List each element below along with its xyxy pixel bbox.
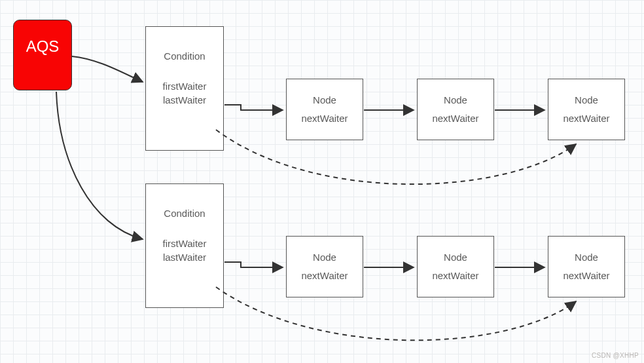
node-title: Node (313, 94, 336, 107)
node-nextwaiter-label: nextWaiter (301, 112, 348, 125)
node-nextwaiter-label: nextWaiter (432, 112, 478, 125)
watermark: CSDN @XHHP (592, 352, 639, 359)
aqs-root-box: AQS (13, 20, 72, 90)
node-box-2b: Node nextWaiter (417, 236, 494, 297)
condition-box-2: Condition firstWaiter lastWaiter (145, 183, 224, 308)
node-box-1b: Node nextWaiter (417, 79, 494, 140)
condition-firstwaiter-label: firstWaiter (163, 237, 207, 250)
node-box-1c: Node nextWaiter (548, 79, 625, 140)
node-nextwaiter-label: nextWaiter (563, 112, 609, 125)
node-title: Node (444, 94, 467, 107)
condition-lastwaiter-label: lastWaiter (163, 251, 206, 264)
node-nextwaiter-label: nextWaiter (432, 269, 478, 282)
aqs-label: AQS (26, 37, 60, 56)
condition-lastwaiter-label: lastWaiter (163, 94, 206, 107)
node-box-1a: Node nextWaiter (286, 79, 363, 140)
node-title: Node (313, 251, 336, 264)
condition-firstwaiter-label: firstWaiter (163, 80, 207, 93)
node-nextwaiter-label: nextWaiter (563, 269, 609, 282)
node-nextwaiter-label: nextWaiter (301, 269, 348, 282)
node-title: Node (575, 251, 598, 264)
node-box-2a: Node nextWaiter (286, 236, 363, 297)
node-box-2c: Node nextWaiter (548, 236, 625, 297)
condition-title: Condition (164, 50, 205, 63)
node-title: Node (444, 251, 467, 264)
condition-title: Condition (164, 207, 205, 220)
condition-box-1: Condition firstWaiter lastWaiter (145, 26, 224, 151)
node-title: Node (575, 94, 598, 107)
connectors-svg (0, 0, 644, 363)
